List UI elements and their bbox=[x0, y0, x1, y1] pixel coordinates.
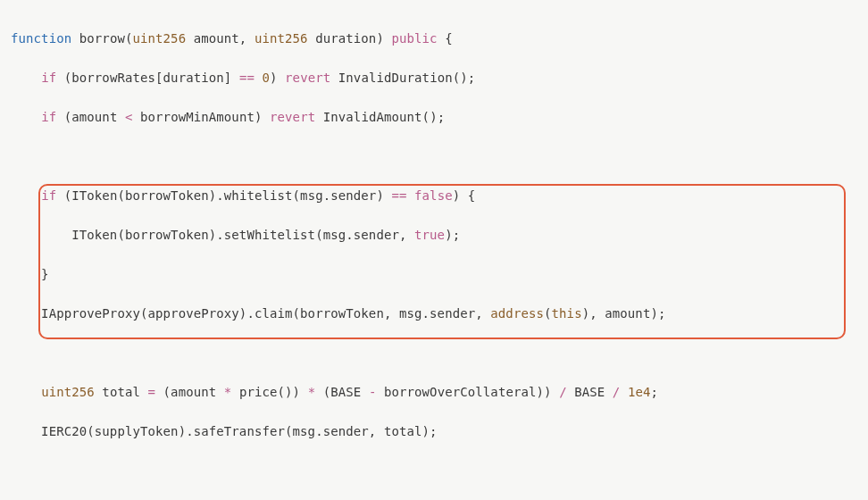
token: IToken(borrowToken).setWhitelist(msg.sen… bbox=[11, 228, 414, 242]
token: (amount bbox=[155, 385, 224, 399]
code-line: if (borrowRates[duration] == 0) revert I… bbox=[11, 68, 868, 88]
keyword-revert: revert bbox=[270, 110, 315, 124]
code-line: } bbox=[11, 264, 868, 284]
code-block: function borrow(uint256 amount, uint256 … bbox=[0, 0, 868, 500]
keyword-if: if bbox=[41, 71, 56, 85]
blank-line bbox=[11, 146, 868, 166]
token: amount, bbox=[186, 31, 255, 46]
token: ; bbox=[651, 385, 659, 399]
operator: == bbox=[391, 188, 406, 203]
code-line: if (amount < borrowMinAmount) revert Inv… bbox=[11, 107, 868, 127]
keyword-this: this bbox=[552, 306, 582, 321]
keyword-function: function bbox=[11, 31, 71, 46]
token: price()) bbox=[231, 385, 307, 399]
token: (IToken(borrowToken).whitelist(msg.sende… bbox=[56, 188, 391, 203]
blank-line bbox=[11, 461, 868, 480]
type: uint256 bbox=[41, 385, 95, 399]
indent bbox=[11, 71, 41, 85]
token: borrowMinAmount) bbox=[132, 110, 270, 124]
token: duration) bbox=[308, 31, 392, 46]
token: { bbox=[438, 31, 453, 46]
token: (BASE bbox=[315, 385, 369, 399]
operator: * bbox=[308, 385, 316, 399]
type: uint256 bbox=[132, 31, 186, 46]
keyword-public: public bbox=[391, 31, 437, 46]
token: borrowOverCollateral)) bbox=[376, 385, 559, 399]
blank-line bbox=[11, 343, 868, 362]
code-line: IApproveProxy(approveProxy).claim(borrow… bbox=[11, 304, 868, 323]
code-line: uint256 total = (amount * price()) * (BA… bbox=[11, 382, 868, 402]
keyword-if: if bbox=[41, 110, 56, 124]
keyword-revert: revert bbox=[285, 71, 330, 85]
token: ), amount); bbox=[582, 306, 666, 321]
token: InvalidAmount(); bbox=[315, 110, 445, 124]
code-line: IToken(borrowToken).setWhitelist(msg.sen… bbox=[11, 225, 868, 245]
indent bbox=[11, 188, 41, 203]
operator: / bbox=[559, 385, 567, 399]
token: BASE bbox=[567, 385, 613, 399]
token: IERC20(supplyToken).safeTransfer(msg.sen… bbox=[11, 424, 438, 438]
token: } bbox=[11, 267, 49, 281]
code-line: if (IToken(borrowToken).whitelist(msg.se… bbox=[11, 186, 868, 205]
bool-true: true bbox=[414, 228, 445, 242]
code-line: function borrow(uint256 amount, uint256 … bbox=[11, 29, 868, 48]
number: 0 bbox=[262, 71, 270, 85]
token: ( bbox=[544, 306, 552, 321]
token: total bbox=[95, 385, 148, 399]
token: InvalidDuration(); bbox=[330, 71, 475, 85]
code-line: IERC20(supplyToken).safeTransfer(msg.sen… bbox=[11, 421, 868, 441]
token: (amount bbox=[56, 110, 125, 124]
type-address: address bbox=[490, 306, 544, 321]
token bbox=[407, 188, 415, 203]
token bbox=[620, 385, 628, 399]
bool-false: false bbox=[414, 188, 453, 203]
operator: == bbox=[239, 71, 255, 85]
token: IApproveProxy(approveProxy).claim(borrow… bbox=[11, 306, 490, 321]
indent bbox=[11, 385, 41, 399]
token: (borrowRates[duration] bbox=[56, 71, 239, 85]
operator: = bbox=[148, 385, 156, 399]
indent bbox=[11, 110, 41, 124]
token: ); bbox=[445, 228, 460, 242]
type: uint256 bbox=[255, 31, 308, 46]
keyword-if: if bbox=[41, 188, 56, 203]
token: borrow( bbox=[71, 31, 132, 46]
token: ) bbox=[270, 71, 285, 85]
token: ) { bbox=[453, 188, 476, 203]
number: 1e4 bbox=[628, 385, 651, 399]
